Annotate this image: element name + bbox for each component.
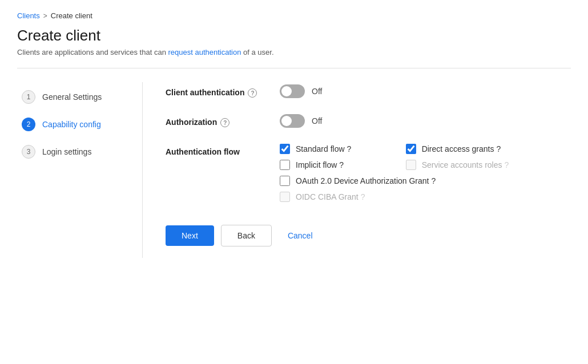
direct-access-row: Direct access grants ? xyxy=(406,144,509,154)
next-button[interactable]: Next xyxy=(166,225,214,246)
authorization-toggle-label: Off xyxy=(312,116,322,126)
client-auth-toggle-row: Off xyxy=(280,84,322,98)
client-auth-control: Off xyxy=(280,84,322,98)
oauth-device-checkbox[interactable] xyxy=(280,176,290,186)
auth-flow-grid: Standard flow ? Direct access grants ? xyxy=(280,144,509,202)
standard-flow-label[interactable]: Standard flow ? xyxy=(296,144,351,153)
standard-flow-row: Standard flow ? xyxy=(280,144,383,154)
breadcrumb-current: Create client xyxy=(51,11,92,20)
authorization-label: Authorization ? xyxy=(166,114,268,127)
content-area: 1 General Settings 2 Capability config 3… xyxy=(17,82,571,258)
implicit-flow-row: Implicit flow ? xyxy=(280,160,383,170)
oidc-ciba-checkbox xyxy=(280,192,290,202)
subtitle-prefix: Clients are applications and services th… xyxy=(17,48,168,56)
oidc-ciba-row: OIDC CIBA Grant ? xyxy=(280,192,509,202)
page-title: Create client xyxy=(17,27,571,45)
oauth-device-row: OAuth 2.0 Device Authorization Grant ? xyxy=(280,176,509,186)
auth-flow-control: Standard flow ? Direct access grants ? xyxy=(280,144,509,202)
authorization-slider xyxy=(280,114,305,128)
client-auth-help-icon[interactable]: ? xyxy=(248,88,257,98)
subtitle-highlight: request authentication xyxy=(168,48,241,56)
service-accounts-label: Service accounts roles ? xyxy=(422,160,509,169)
client-auth-toggle[interactable] xyxy=(280,84,305,98)
main-form: Client authentication ? Off Auth xyxy=(143,82,571,258)
step-2-number: 2 xyxy=(22,118,35,131)
client-auth-row: Client authentication ? Off xyxy=(166,84,548,98)
oauth-device-label[interactable]: OAuth 2.0 Device Authorization Grant ? xyxy=(296,176,436,185)
subtitle-suffix: of a user. xyxy=(241,48,273,56)
sidebar-label-capability-config: Capability config xyxy=(42,120,101,129)
client-auth-slider xyxy=(280,84,305,98)
sidebar: 1 General Settings 2 Capability config 3… xyxy=(17,82,143,258)
oauth-device-help-icon[interactable]: ? xyxy=(431,176,436,185)
service-accounts-checkbox xyxy=(406,160,416,170)
sidebar-label-login-settings: Login settings xyxy=(42,147,91,156)
oidc-ciba-label: OIDC CIBA Grant ? xyxy=(296,192,365,201)
auth-flow-row: Authentication flow Standard flow ? xyxy=(166,144,548,202)
authorization-row: Authorization ? Off xyxy=(166,114,548,128)
sidebar-item-login-settings[interactable]: 3 Login settings xyxy=(17,139,131,164)
auth-flow-label: Authentication flow xyxy=(166,144,268,156)
page-container: Clients > Create client Create client Cl… xyxy=(0,0,588,364)
oidc-ciba-help-icon: ? xyxy=(361,192,365,201)
client-auth-toggle-label: Off xyxy=(312,87,322,96)
button-row: Next Back Cancel xyxy=(166,225,548,246)
back-button[interactable]: Back xyxy=(221,225,272,246)
direct-access-label[interactable]: Direct access grants ? xyxy=(422,144,501,153)
breadcrumb-separator: > xyxy=(43,12,47,20)
sidebar-label-general-settings: General Settings xyxy=(42,92,102,102)
standard-flow-help-icon[interactable]: ? xyxy=(347,144,352,153)
implicit-flow-checkbox[interactable] xyxy=(280,160,290,170)
page-subtitle: Clients are applications and services th… xyxy=(17,48,571,56)
step-1-number: 1 xyxy=(22,90,35,104)
breadcrumb-clients-link[interactable]: Clients xyxy=(17,11,40,20)
authorization-toggle[interactable] xyxy=(280,114,305,128)
service-accounts-help-icon: ? xyxy=(504,160,509,169)
cancel-button[interactable]: Cancel xyxy=(279,225,322,246)
authorization-control: Off xyxy=(280,114,322,128)
client-auth-label: Client authentication ? xyxy=(166,84,268,98)
implicit-flow-label[interactable]: Implicit flow ? xyxy=(296,160,344,169)
standard-flow-checkbox[interactable] xyxy=(280,144,290,154)
service-accounts-row: Service accounts roles ? xyxy=(406,160,509,170)
direct-access-checkbox[interactable] xyxy=(406,144,416,154)
step-3-number: 3 xyxy=(22,145,35,159)
breadcrumb: Clients > Create client xyxy=(17,11,571,20)
implicit-flow-help-icon[interactable]: ? xyxy=(339,160,344,169)
sidebar-item-capability-config[interactable]: 2 Capability config xyxy=(17,112,131,137)
direct-access-help-icon[interactable]: ? xyxy=(496,144,501,153)
sidebar-item-general-settings[interactable]: 1 General Settings xyxy=(17,84,131,110)
section-divider xyxy=(17,68,571,68)
authorization-help-icon[interactable]: ? xyxy=(220,118,229,127)
